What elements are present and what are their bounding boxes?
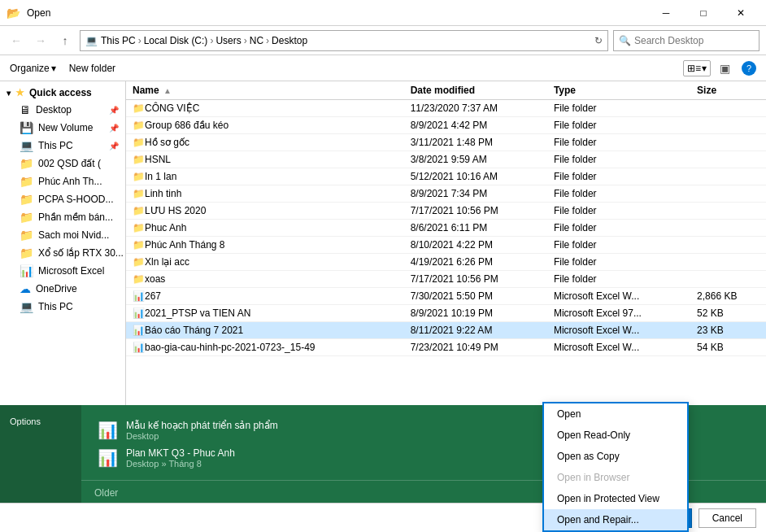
close-button[interactable]: ✕ <box>722 0 759 26</box>
table-row[interactable]: 📊bao-gia-cau-hinh-pc-2021-0723-_15-49 7/… <box>126 339 766 356</box>
dropdown-item-open-in-protected-view[interactable]: Open in Protected View <box>544 488 687 509</box>
excel-icon-sidebar: 📊 <box>20 264 33 277</box>
help-button[interactable]: ? <box>738 58 759 79</box>
titlebar: 📂 Open ─ □ ✕ <box>0 0 766 26</box>
table-row[interactable]: 📁In 1 lan 5/12/2021 10:16 AM File folder <box>126 168 766 185</box>
open-dropdown-menu: OpenOpen Read-OnlyOpen as CopyOpen in Br… <box>542 402 689 532</box>
recent-item-path: Desktop <box>126 431 278 441</box>
sidebar-item-excel[interactable]: 📊 Microsoft Excel <box>0 262 125 280</box>
forward-button[interactable]: → <box>31 31 50 50</box>
table-row[interactable]: 📊Báo cáo Tháng 7 2021 8/11/2021 9:22 AM … <box>126 322 766 339</box>
sidebar-item-phanmem[interactable]: 📁 Phần mềm bán... <box>0 208 125 226</box>
file-name-cell: 📁Xln lại acc <box>133 256 336 268</box>
sidebar-item-desktop-label: Desktop <box>36 104 72 116</box>
table-row[interactable]: 📁Linh tinh 8/9/2021 7:34 PM File folder <box>126 185 766 203</box>
sidebar-item-002qsd[interactable]: 📁 002 QSD đất ( <box>0 155 125 172</box>
table-row[interactable]: 📁Group 686 đầu kéo 8/9/2021 4:42 PM File… <box>126 117 766 134</box>
cancel-button[interactable]: Cancel <box>699 508 756 528</box>
table-row[interactable]: 📊2021_PTSP va TIEN AN 8/9/2021 10:19 PM … <box>126 305 766 322</box>
folder-icon-4: 📁 <box>20 211 33 224</box>
maximize-button[interactable]: □ <box>685 0 722 26</box>
back-button[interactable]: ← <box>7 31 26 50</box>
recent-item-info: Plan MKT Q3 - Phuc Anh Desktop » Tháng 8 <box>126 447 235 469</box>
up-button[interactable]: ↑ <box>55 31 75 50</box>
titlebar-title: Open <box>27 7 50 19</box>
pc-icon-2: 💻 <box>20 300 33 313</box>
search-bar[interactable]: 🔍 <box>613 30 759 51</box>
search-input[interactable] <box>634 35 754 46</box>
folder-icon-1: 📁 <box>20 157 33 170</box>
desktop-icon: 🖥 <box>20 103 31 116</box>
path-part-1: This PC <box>101 35 136 46</box>
file-name-cell: 📁Phuc Anh <box>133 222 336 233</box>
col-type[interactable]: Type <box>547 81 690 100</box>
quick-access-label: Quick access <box>29 87 92 98</box>
sidebar-item-this-pc-2[interactable]: 💻 This PC <box>0 298 125 316</box>
refresh-button[interactable]: ↻ <box>594 35 603 46</box>
address-icon: 💻 <box>85 35 98 46</box>
sidebar-item-this-pc[interactable]: 💻 This PC 📌 <box>0 137 125 155</box>
file-name-cell: 📁xoas <box>133 273 336 285</box>
sidebar-item-xoso[interactable]: 📁 Xổ số lắp RTX 30... <box>0 244 125 262</box>
dropdown-item-open-as-copy[interactable]: Open as Copy <box>544 446 687 467</box>
table-row[interactable]: 📁Hồ sơ gốc 3/11/2021 1:48 PM File folder <box>126 134 766 151</box>
recent-item-icon: 📊 <box>98 421 118 440</box>
quick-access-section: ▾ ★ Quick access 🖥 Desktop 📌 💾 New Volum… <box>0 85 125 316</box>
table-row[interactable]: 📁LƯU HS 2020 7/17/2021 10:56 PM File fol… <box>126 203 766 220</box>
help-icon: ? <box>742 61 756 76</box>
path-part-3: Users <box>215 35 241 46</box>
new-folder-button[interactable]: New folder <box>66 61 119 76</box>
recent-item-icon: 📊 <box>98 448 118 468</box>
file-area: Name ▲ Date modified Type Size 📁CÔNG VIỆ… <box>126 81 766 457</box>
recent-item-path: Desktop » Tháng 8 <box>126 459 235 469</box>
table-row[interactable]: 📁xoas 7/17/2021 10:56 PM File folder <box>126 271 766 288</box>
titlebar-left: 📂 Open <box>7 7 50 20</box>
col-name[interactable]: Name ▲ <box>126 81 404 100</box>
col-date[interactable]: Date modified <box>404 81 547 100</box>
sidebar-item-phucanh[interactable]: 📁 Phúc Anh Th... <box>0 172 125 190</box>
folder-icon-6: 📁 <box>20 246 33 259</box>
titlebar-controls: ─ □ ✕ <box>647 0 759 26</box>
table-row[interactable]: 📁CÔNG VIỆC 11/23/2020 7:37 AM File folde… <box>126 100 766 117</box>
sidebar-item-xoso-label: Xổ số lắp RTX 30... <box>38 247 124 259</box>
path-part-5: Desktop <box>272 35 307 46</box>
organize-chevron-icon: ▾ <box>51 63 56 74</box>
dropdown-item-open-read-only[interactable]: Open Read-Only <box>544 425 687 446</box>
sidebar-item-new-volume[interactable]: 💾 New Volume 📌 <box>0 119 125 137</box>
folder-icon-3: 📁 <box>20 193 33 206</box>
sidebar-item-desktop[interactable]: 🖥 Desktop 📌 <box>0 101 125 119</box>
organize-button[interactable]: Organize ▾ <box>7 61 59 76</box>
file-name-cell: 📁Hồ sơ gốc <box>133 137 336 148</box>
preview-pane-button[interactable]: ▣ <box>714 58 735 79</box>
table-row[interactable]: 📁HSNL 3/8/2021 9:59 AM File folder <box>126 151 766 168</box>
sidebar-item-sachmoi[interactable]: 📁 Sach moi Nvid... <box>0 226 125 244</box>
sidebar-item-phucanh-label: Phúc Anh Th... <box>38 176 102 187</box>
file-name-cell: 📁Group 686 đầu kéo <box>133 120 336 131</box>
organize-toolbar: Organize ▾ New folder ⊞≡ ▾ ▣ ? <box>0 55 766 81</box>
recent-item-info: Mẫu kế hoạch phát triển sản phẩm Desktop <box>126 420 278 441</box>
sidebar-item-excel-label: Microsoft Excel <box>38 265 104 277</box>
col-size[interactable]: Size <box>690 81 766 100</box>
table-row[interactable]: 📁Xln lại acc 4/19/2021 6:26 PM File fold… <box>126 254 766 271</box>
sort-arrow-icon: ▲ <box>163 86 172 95</box>
quick-access-header[interactable]: ▾ ★ Quick access <box>0 85 125 101</box>
minimize-button[interactable]: ─ <box>647 0 685 26</box>
file-table: Name ▲ Date modified Type Size 📁CÔNG VIỆ… <box>126 81 766 356</box>
sidebar-item-phanmem-label: Phần mềm bán... <box>38 211 113 223</box>
sidebar-item-onedrive[interactable]: ☁ OneDrive <box>0 280 125 298</box>
recent-item-name: Mẫu kế hoạch phát triển sản phẩm <box>126 420 278 431</box>
dropdown-item-open[interactable]: Open <box>544 403 687 425</box>
table-row[interactable]: 📊267 7/30/2021 5:50 PM Microsoft Excel W… <box>126 288 766 305</box>
address-bar[interactable]: 💻 This PC › Local Disk (C:) › Users › NC… <box>80 30 608 51</box>
view-icon: ⊞≡ <box>687 63 701 74</box>
main-content: ▾ ★ Quick access 🖥 Desktop 📌 💾 New Volum… <box>0 81 766 457</box>
file-name-cell: 📁In 1 lan <box>133 171 336 182</box>
view-button[interactable]: ⊞≡ ▾ <box>683 60 711 76</box>
table-row[interactable]: 📁Phuc Anh 8/6/2021 6:11 PM File folder <box>126 220 766 237</box>
file-name-cell: 📊Báo cáo Tháng 7 2021 <box>133 325 336 336</box>
sidebar-item-pcpa[interactable]: 📁 PCPA S-HOOD... <box>0 190 125 208</box>
dropdown-item-open-and-repair[interactable]: Open and Repair... <box>544 509 687 530</box>
table-row[interactable]: 📁Phúc Anh Tháng 8 8/10/2021 4:22 PM File… <box>126 237 766 254</box>
options-item[interactable]: Options <box>0 412 81 431</box>
folder-icon-5: 📁 <box>20 229 33 242</box>
